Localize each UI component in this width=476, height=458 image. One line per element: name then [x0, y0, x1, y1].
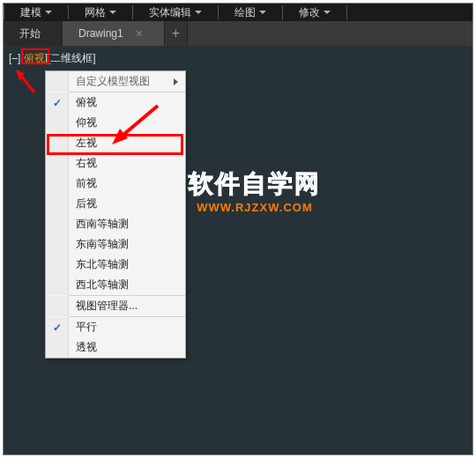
gutter [46, 214, 69, 234]
tab-add-button[interactable]: + [165, 21, 188, 46]
gutter [46, 71, 69, 92]
menu-solid-edit[interactable]: 实体编辑 [133, 4, 218, 21]
menu-label: 西南等轴测 [69, 214, 185, 234]
menu-view-back[interactable]: 后视 [46, 194, 185, 214]
gutter [46, 337, 69, 358]
menu-label: 平行 [69, 317, 185, 337]
check-icon: ✓ [53, 97, 62, 109]
close-icon[interactable]: × [136, 26, 143, 41]
gutter [46, 275, 69, 295]
menubar: 建模 网格 实体编辑 绘图 修改 [4, 4, 472, 21]
menu-label: 透视 [69, 337, 185, 358]
drawing-canvas[interactable]: [–][俯视][二维线框] 自定义模型视图 ✓俯视 仰视 左视 右视 前视 后视… [4, 46, 472, 454]
gutter [46, 194, 69, 214]
watermark: 软件自学网 WWW.RJZXW.COM [189, 167, 321, 214]
tab-drawing[interactable]: Drawing1 × [63, 21, 165, 46]
app-frame: 建模 网格 实体编辑 绘图 修改 开始 Drawing1 × + [–][俯视]… [3, 3, 473, 455]
gutter [46, 234, 69, 255]
gutter [46, 255, 69, 275]
menu-label: 前视 [69, 174, 185, 194]
chevron-right-icon [174, 78, 178, 85]
viewport-suffix: ][二维线框] [45, 52, 96, 64]
annotation-arrow-small [4, 62, 39, 97]
watermark-title: 软件自学网 [189, 167, 321, 201]
menu-view-right[interactable]: 右视 [46, 153, 185, 174]
gutter: ✓ [46, 317, 69, 337]
menu-view-sw-iso[interactable]: 西南等轴测 [46, 214, 185, 234]
gutter [46, 113, 69, 133]
menu-proj-perspective[interactable]: 透视 [46, 337, 185, 358]
menu-label: 网格 [85, 5, 106, 20]
separator [346, 5, 347, 19]
annotation-arrow-large [105, 97, 167, 150]
annotation-highlight-viewport [21, 48, 49, 64]
chevron-down-icon [109, 11, 116, 14]
menu-label: 右视 [69, 153, 185, 174]
menu-view-front[interactable]: 前视 [46, 174, 185, 194]
menu-label: 实体编辑 [149, 5, 191, 20]
menu-label: 东南等轴测 [69, 234, 185, 255]
menu-draw[interactable]: 绘图 [219, 4, 282, 21]
menu-label: 修改 [299, 5, 320, 20]
menu-view-ne-iso[interactable]: 东北等轴测 [46, 255, 185, 275]
tabbar: 开始 Drawing1 × + [4, 21, 472, 46]
menu-modeling[interactable]: 建模 [4, 4, 68, 21]
chevron-down-icon [324, 11, 331, 14]
tab-start[interactable]: 开始 [4, 21, 63, 46]
gutter [46, 174, 69, 194]
menu-label: 自定义模型视图 [69, 71, 185, 92]
menu-label: 西北等轴测 [69, 275, 185, 295]
menu-label: 建模 [20, 5, 41, 20]
watermark-url: WWW.RJZXW.COM [189, 201, 321, 214]
menu-view-se-iso[interactable]: 东南等轴测 [46, 234, 185, 255]
chevron-down-icon [45, 11, 52, 14]
chevron-down-icon [195, 11, 202, 14]
menu-modify[interactable]: 修改 [283, 4, 346, 21]
menu-label: 后视 [69, 194, 185, 214]
tab-label: 开始 [19, 26, 41, 41]
gutter [46, 296, 69, 316]
gutter: ✓ [46, 92, 69, 113]
menu-label: 视图管理器... [69, 296, 185, 316]
check-icon: ✓ [53, 321, 62, 334]
gutter [46, 153, 69, 174]
menu-view-manager[interactable]: 视图管理器... [46, 296, 185, 316]
tab-label: Drawing1 [78, 27, 123, 40]
menu-custom-views[interactable]: 自定义模型视图 [46, 71, 185, 92]
menu-proj-parallel[interactable]: ✓平行 [46, 317, 185, 337]
chevron-down-icon [259, 11, 266, 14]
menu-label: 绘图 [234, 5, 256, 20]
menu-view-nw-iso[interactable]: 西北等轴测 [46, 275, 185, 295]
menu-label: 东北等轴测 [69, 255, 185, 275]
menu-mesh[interactable]: 网格 [69, 4, 132, 21]
